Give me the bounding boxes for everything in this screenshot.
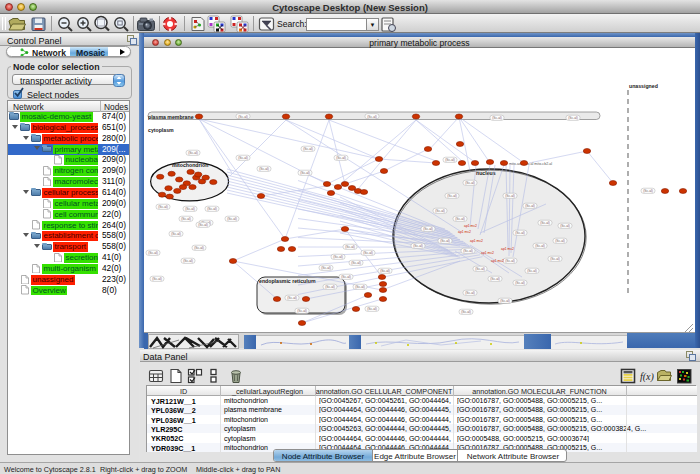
svg-text:(Sc-al): (Sc-al) — [287, 296, 297, 300]
svg-text:(Sc-al): (Sc-al) — [535, 244, 545, 248]
svg-text:ap1 mc2: ap1 mc2 — [491, 259, 504, 263]
svg-text:ap1 mc2: ap1 mc2 — [481, 251, 494, 255]
svg-text:(Sc-al): (Sc-al) — [303, 147, 313, 151]
svg-text:(Sc-al): (Sc-al) — [423, 227, 433, 231]
svg-text:(Sc-al): (Sc-al) — [643, 189, 653, 193]
svg-text:(Sc-al): (Sc-al) — [367, 307, 377, 311]
svg-text:(Sc-al): (Sc-al) — [181, 217, 191, 221]
svg-text:(Sc-al): (Sc-al) — [500, 299, 510, 303]
svg-text:(Sc-al): (Sc-al) — [540, 221, 550, 225]
svg-text:(Sc-al): (Sc-al) — [475, 267, 485, 271]
svg-text:f(x): f(x) — [640, 371, 655, 383]
svg-text:(Sc-al): (Sc-al) — [351, 261, 361, 265]
svg-text:(Sc-al): (Sc-al) — [465, 181, 475, 185]
svg-text:(Sc-al): (Sc-al) — [321, 266, 331, 270]
svg-text:(Sc-al): (Sc-al) — [455, 217, 465, 221]
svg-text:(Sc-al): (Sc-al) — [505, 194, 515, 198]
svg-text:(Sc-al): (Sc-al) — [461, 310, 471, 314]
svg-text:(Sc-al): (Sc-al) — [515, 231, 525, 235]
svg-text:ap1 mc2: ap1 mc2 — [470, 239, 483, 243]
svg-text:(Sc-al): (Sc-al) — [435, 209, 445, 213]
svg-text:(Sc-al): (Sc-al) — [447, 194, 457, 198]
svg-text:(Sc-al): (Sc-al) — [148, 251, 158, 255]
svg-text:(Sc-al): (Sc-al) — [238, 114, 248, 118]
svg-text:(Sc-al): (Sc-al) — [440, 239, 450, 243]
svg-text:(Sc-al): (Sc-al) — [198, 223, 208, 227]
svg-text:(Sc-al): (Sc-al) — [492, 116, 502, 120]
svg-text:ap1 mc2: ap1 mc2 — [501, 247, 514, 251]
svg-text:(Sc-al): (Sc-al) — [355, 285, 365, 289]
svg-text:(Sc-al): (Sc-al) — [363, 251, 373, 255]
svg-text:(Sc-al): (Sc-al) — [158, 205, 168, 209]
svg-text:(Sc-al): (Sc-al) — [505, 259, 515, 263]
svg-text:(Sc-al): (Sc-al) — [185, 207, 195, 211]
svg-text:(Sc-al): (Sc-al) — [463, 249, 473, 253]
svg-text:ap1 mc2: ap1 mc2 — [458, 230, 471, 234]
svg-text:(Sc-al): (Sc-al) — [300, 171, 310, 175]
svg-text:mitochondrion: mitochondrion — [172, 161, 208, 167]
svg-text:(Sc-al): (Sc-al) — [207, 207, 217, 211]
svg-text:(Sc-al): (Sc-al) — [188, 151, 198, 155]
svg-text:(Sc-al): (Sc-al) — [413, 244, 423, 248]
svg-text:(Sc-al): (Sc-al) — [550, 257, 560, 261]
svg-text:(Sc-al): (Sc-al) — [259, 167, 269, 171]
svg-text:cytoplasm: cytoplasm — [148, 127, 174, 133]
svg-text:(Sc-al): (Sc-al) — [465, 291, 475, 295]
svg-text:(Sc-al): (Sc-al) — [183, 259, 193, 263]
svg-text:ap1 mc2: ap1 mc2 — [464, 224, 477, 228]
svg-text:(Sc-al): (Sc-al) — [490, 277, 500, 281]
svg-text:(Sc-al): (Sc-al) — [194, 246, 204, 250]
svg-text:(Sc-al): (Sc-al) — [333, 255, 343, 259]
svg-text:(Sc-al): (Sc-al) — [341, 275, 351, 279]
svg-text:(Sc-al): (Sc-al) — [171, 232, 181, 236]
svg-text:(Sc-al): (Sc-al) — [336, 156, 346, 160]
svg-text:(Sc-al): (Sc-al) — [525, 204, 535, 208]
svg-text:plasma membrane: plasma membrane — [148, 113, 194, 119]
svg-text:(Sc-al): (Sc-al) — [367, 114, 377, 118]
svg-text:(Sc-al): (Sc-al) — [380, 269, 390, 273]
svg-text:(Sc-al): (Sc-al) — [238, 156, 248, 160]
svg-text:(Sc-al): (Sc-al) — [515, 281, 525, 285]
svg-text:(Sc-al): (Sc-al) — [325, 285, 335, 289]
svg-text:(Sc-al): (Sc-al) — [227, 217, 237, 221]
svg-text:(Sc-al): (Sc-al) — [152, 277, 162, 281]
svg-text:(Sc-al): (Sc-al) — [527, 269, 537, 273]
svg-text:unassigned: unassigned — [629, 83, 658, 89]
svg-text:(Sc-al): (Sc-al) — [345, 245, 355, 249]
svg-text:mito-axl mito-al mito-cb2-al: mito-axl mito-al mito-cb2-al — [509, 161, 552, 165]
svg-text:nucleus: nucleus — [476, 170, 496, 176]
svg-text:(Sc-al): (Sc-al) — [560, 224, 570, 228]
svg-text:(Sc-al): (Sc-al) — [297, 309, 307, 313]
svg-text:(Sc-al): (Sc-al) — [445, 158, 455, 162]
svg-text:(Sc-al): (Sc-al) — [568, 116, 578, 120]
svg-text:(Sc-al): (Sc-al) — [555, 239, 565, 243]
